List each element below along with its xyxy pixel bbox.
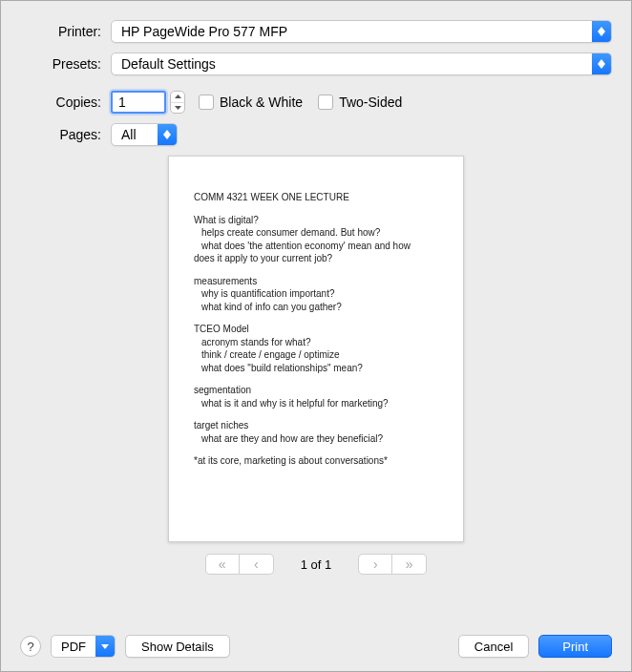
question-icon: ? [27,640,33,654]
doc-line: what is it and why is it helpful for mar… [194,397,438,410]
next-page-button[interactable]: › [358,554,392,575]
doc-line: think / create / engage / optimize [194,348,438,362]
checkbox-box-icon [199,94,214,110]
section-heading: What is digital? [194,214,438,227]
presets-select[interactable]: Default Settings [111,52,612,75]
cancel-label: Cancel [474,640,513,654]
chevron-down-icon [95,636,115,657]
doc-line: what does 'the attention economy' mean a… [194,240,438,253]
footer: ? PDF Show Details Cancel Print [20,635,612,658]
presets-selected: Default Settings [121,56,216,72]
doc-line: what are they and how are they beneficia… [194,432,438,446]
help-button[interactable]: ? [20,636,41,657]
double-chevron-left-icon: « [219,556,226,572]
updown-icon [592,21,611,42]
page-count: 1 of 1 [301,557,332,572]
show-details-button[interactable]: Show Details [125,635,230,658]
section-heading: measurements [194,275,438,288]
copies-label: Copies: [20,94,111,110]
stepper-down-icon[interactable] [171,103,184,114]
pages-selected: All [121,127,137,142]
doc-line: *at its core, marketing is about convers… [194,454,438,468]
black-white-label: Black & White [220,94,303,110]
show-details-label: Show Details [141,640,214,654]
printer-label: Printer: [20,24,111,39]
preview-area: COMM 4321 WEEK ONE LECTURE What is digit… [20,156,612,625]
doc-line: what does "build relationships" mean? [194,362,438,375]
updown-icon [592,53,611,74]
pages-label: Pages: [20,127,111,142]
copies-input[interactable] [111,91,166,114]
print-dialog: Printer: HP PageWide Pro 577 MFP Presets… [0,0,632,672]
copies-stepper[interactable] [170,91,185,114]
two-sided-label: Two-Sided [339,94,402,110]
chevron-left-icon: ‹ [254,556,259,572]
presets-label: Presets: [20,56,111,72]
section-heading: TCEO Model [194,323,438,336]
chevron-right-icon: › [373,556,378,572]
section-heading: target niches [194,419,438,432]
updown-icon [158,124,177,145]
double-chevron-right-icon: » [406,556,413,572]
doc-line: what kind of info can you gather? [194,301,438,314]
printer-selected: HP PageWide Pro 577 MFP [121,24,287,39]
stepper-up-icon[interactable] [171,92,184,103]
two-sided-checkbox[interactable]: Two-Sided [318,94,402,110]
pdf-label: PDF [52,640,95,654]
print-button[interactable]: Print [538,635,612,658]
black-white-checkbox[interactable]: Black & White [199,94,303,110]
last-page-button[interactable]: » [392,554,427,575]
doc-line: does it apply to your current job? [194,252,438,265]
first-page-button[interactable]: « [205,554,240,575]
pages-select[interactable]: All [111,123,178,146]
doc-title: COMM 4321 WEEK ONE LECTURE [194,191,438,204]
prev-page-button[interactable]: ‹ [240,554,274,575]
section-heading: segmentation [194,384,438,397]
checkbox-box-icon [318,94,333,110]
pdf-popup-button[interactable]: PDF [51,635,116,658]
preview-page: COMM 4321 WEEK ONE LECTURE What is digit… [168,156,464,542]
doc-line: why is quantification important? [194,287,438,301]
print-label: Print [562,640,588,654]
doc-line: helps create consumer demand. But how? [194,226,438,240]
doc-line: acronym stands for what? [194,336,438,349]
pager: « ‹ 1 of 1 › » [205,554,428,575]
cancel-button[interactable]: Cancel [458,635,529,658]
printer-select[interactable]: HP PageWide Pro 577 MFP [111,20,612,43]
